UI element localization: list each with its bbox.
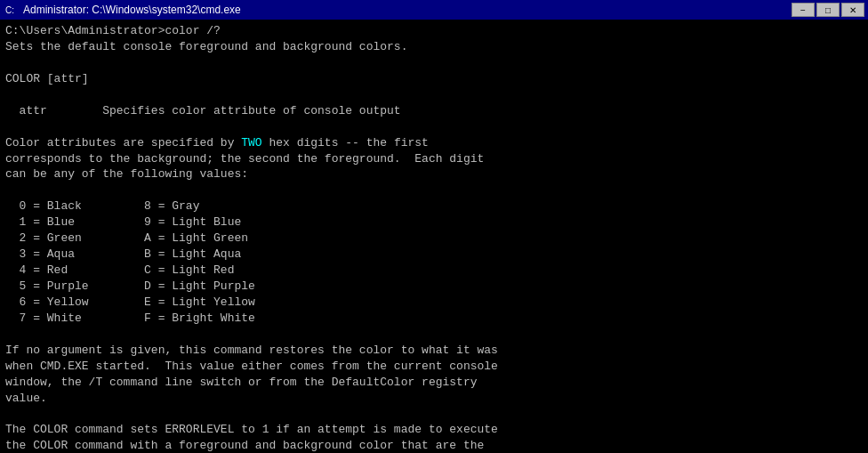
- blank5: [5, 327, 863, 343]
- maximize-button[interactable]: □: [816, 3, 840, 17]
- color-7: 7 = White F = Bright White: [5, 311, 863, 327]
- titlebar-left: C: Administrator: C:\Windows\system32\cm…: [4, 3, 241, 17]
- color-0: 0 = Black 8 = Gray: [5, 198, 863, 214]
- titlebar: C: Administrator: C:\Windows\system32\cm…: [0, 0, 868, 20]
- following-line: can be any of the following values:: [5, 166, 863, 182]
- blank3: [5, 119, 863, 135]
- para1-line4: value.: [5, 391, 863, 407]
- para1-line3: window, the /T command line switch or fr…: [5, 375, 863, 391]
- blank4: [5, 182, 863, 198]
- prompt-line: C:\Users\Administrator>color /?: [5, 23, 863, 39]
- cmd-icon: C:: [4, 3, 18, 17]
- color-5: 5 = Purple D = Light Purple: [5, 279, 863, 295]
- titlebar-title: Administrator: C:\Windows\system32\cmd.e…: [23, 4, 241, 16]
- svg-text:C:: C:: [5, 5, 14, 15]
- para2-line2: the COLOR command with a foreground and …: [5, 438, 863, 453]
- titlebar-controls: − □ ✕: [792, 3, 864, 17]
- color-6: 6 = Yellow E = Light Yellow: [5, 295, 863, 311]
- color-3: 3 = Aqua B = Light Aqua: [5, 247, 863, 263]
- blank6: [5, 407, 863, 423]
- color-4: 4 = Red C = Light Red: [5, 263, 863, 279]
- para1-line1: If no argument is given, this command re…: [5, 343, 863, 359]
- two-highlight: TWO: [241, 136, 261, 150]
- cmd-window: C: Administrator: C:\Windows\system32\cm…: [0, 0, 868, 453]
- color-usage-line: COLOR [attr]: [5, 71, 863, 87]
- sets-line: Sets the default console foreground and …: [5, 39, 863, 55]
- blank1: [5, 55, 863, 71]
- hex-digits-line: Color attributes are specified by TWO he…: [5, 135, 863, 151]
- background-line: corresponds to the background; the secon…: [5, 151, 863, 167]
- para1-line2: when CMD.EXE started. This value either …: [5, 359, 863, 375]
- para2-line1: The COLOR command sets ERRORLEVEL to 1 i…: [5, 422, 863, 438]
- minimize-button[interactable]: −: [792, 3, 815, 17]
- hex-suffix: hex digits -- the first: [262, 136, 429, 150]
- color-1: 1 = Blue 9 = Light Blue: [5, 214, 863, 231]
- color-2: 2 = Green A = Light Green: [5, 231, 863, 247]
- blank2: [5, 87, 863, 103]
- console-output: C:\Users\Administrator>color /? Sets the…: [0, 20, 868, 453]
- close-button[interactable]: ✕: [841, 3, 864, 17]
- hex-prefix: Color attributes are specified by: [5, 136, 241, 150]
- attr-line: attr Specifies color attribute of consol…: [5, 103, 863, 119]
